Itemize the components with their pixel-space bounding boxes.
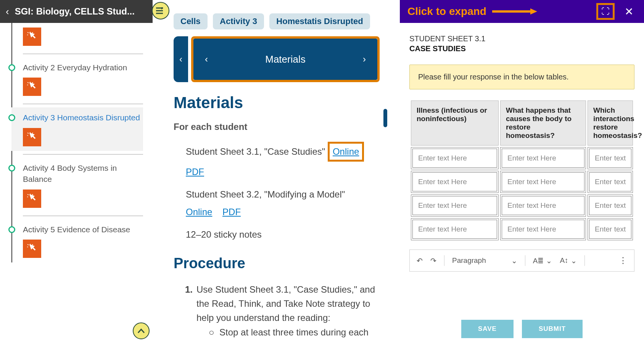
timeline-node-icon [8, 165, 15, 172]
material-1-text: Student Sheet 3.1, "Case Studies" [186, 146, 325, 157]
case-studies-table: Illness (infectious or noninfectious) Wh… [409, 99, 634, 242]
undo-button[interactable]: ↶ [417, 256, 423, 265]
submit-button[interactable]: SUBMIT [522, 320, 583, 338]
text-align-dropdown[interactable]: A≣ ⌄ [533, 256, 552, 265]
table-row [411, 147, 633, 169]
cell-input[interactable] [502, 220, 584, 239]
table-header-3: Which interactions restore homeostasis? [588, 100, 633, 146]
menu-toggle-button[interactable] [152, 2, 169, 19]
nav-pill-label: Materials [265, 53, 305, 65]
editor-toolbar: ↶ ↷ Paragraph ⌄ A≣ ⌄ A↕ ⌄ ⋮ [409, 249, 634, 272]
material-3-text: 12–20 sticky notes [186, 227, 380, 242]
click-icon [23, 78, 41, 96]
expand-button[interactable]: ⛶ [596, 3, 615, 20]
redo-button[interactable]: ↷ [430, 256, 436, 265]
activity-title: Activity 3 Homeostasis Disrupted [23, 112, 143, 123]
sidebar-item[interactable] [11, 23, 143, 50]
table-row [411, 171, 633, 193]
table-header-2: What happens that causes the body to res… [500, 100, 586, 146]
cell-input[interactable] [589, 149, 631, 168]
timeline-node-icon [8, 64, 15, 71]
divider [23, 154, 143, 155]
cell-input[interactable] [589, 220, 631, 239]
sheet-subtitle: STUDENT SHEET 3.1 [409, 34, 634, 43]
materials-heading: Materials [174, 94, 380, 112]
cell-input[interactable] [412, 172, 497, 191]
cell-input[interactable] [502, 149, 584, 168]
breadcrumb-cells[interactable]: Cells [174, 13, 208, 29]
chevron-down-icon: ⌄ [571, 256, 577, 265]
material-1-pdf-link[interactable]: PDF [186, 167, 204, 177]
cell-input[interactable] [589, 196, 631, 215]
activity-title: Activity 5 Evidence of Disease [23, 224, 143, 235]
breadcrumb-topic[interactable]: Homestatis Disrupted [269, 13, 370, 29]
breadcrumbs: Cells Activity 3 Homestatis Disrupted [174, 13, 380, 29]
sidebar[interactable]: Activity 2 Everyday Hydration Activity 3… [0, 23, 153, 345]
divider [23, 215, 143, 216]
click-icon [23, 28, 41, 46]
instruction-banner: Please fill your response in the below t… [409, 65, 634, 89]
cell-input[interactable] [502, 172, 584, 191]
material-2-pdf-link[interactable]: PDF [222, 207, 241, 217]
procedure-substep: Stop at least three times during each [174, 325, 380, 339]
scroll-top-button[interactable] [133, 322, 150, 339]
save-button[interactable]: SAVE [461, 320, 514, 338]
more-options-icon[interactable]: ⋮ [619, 256, 627, 266]
scroll-indicator[interactable] [383, 109, 387, 127]
cell-input[interactable] [412, 196, 497, 215]
nav-next-chevron-icon[interactable]: › [363, 54, 366, 65]
table-header-1: Illness (infectious or noninfectious) [411, 100, 499, 146]
cell-input[interactable] [412, 220, 497, 239]
sidebar-item-activity-3[interactable]: Activity 3 Homeostasis Disrupted [11, 107, 143, 151]
text-size-dropdown[interactable]: A↕ ⌄ [560, 256, 576, 265]
sidebar-item-activity-4[interactable]: Activity 4 Body Systems in Balance [11, 158, 143, 212]
cell-input[interactable] [412, 149, 497, 168]
section-nav: ‹ ‹ Materials › [174, 36, 380, 82]
student-sheet-panel: Click to expand ⛶ ✕ STUDENT SHEET 3.1 CA… [400, 0, 644, 345]
table-row [411, 194, 633, 217]
close-icon[interactable]: ✕ [621, 5, 636, 18]
activity-title: Activity 4 Body Systems in Balance [23, 162, 143, 185]
fullscreen-icon: ⛶ [601, 6, 610, 16]
expand-hint: Click to expand [407, 5, 538, 18]
sidebar-item-activity-2[interactable]: Activity 2 Everyday Hydration [11, 57, 143, 100]
panel-header: Click to expand ⛶ ✕ [400, 0, 644, 23]
timeline-node-icon [8, 226, 15, 233]
divider [23, 53, 143, 54]
click-icon [23, 128, 41, 146]
materials-subhead: For each student [174, 121, 380, 132]
action-buttons: SAVE SUBMIT [400, 313, 644, 345]
nav-prev-stub[interactable]: ‹ [174, 36, 188, 82]
cell-input[interactable] [502, 196, 584, 215]
breadcrumb-activity[interactable]: Activity 3 [213, 13, 264, 29]
table-row [411, 218, 633, 240]
click-icon [23, 240, 41, 258]
nav-prev-chevron-icon[interactable]: ‹ [205, 54, 208, 65]
paragraph-dropdown[interactable]: Paragraph ⌄ [452, 256, 517, 265]
sheet-title: CASE STUDIES [409, 44, 634, 53]
procedure-heading: Procedure [174, 255, 380, 272]
material-2-text: Student Sheet 3.2, "Modifying a Model" [186, 189, 345, 199]
material-2-online-link[interactable]: Online [186, 207, 212, 217]
material-1-online-link[interactable]: Online [333, 146, 359, 157]
chevron-down-icon: ⌄ [511, 256, 517, 265]
activity-title: Activity 2 Everyday Hydration [23, 62, 143, 73]
click-icon [23, 190, 41, 208]
page-title: SGI: Biology, CELLS Stud... [15, 6, 135, 17]
procedure-step-1: 1. Use Student Sheet 3.1, "Case Studies,… [174, 282, 380, 325]
cell-input[interactable] [589, 172, 631, 191]
sidebar-item-activity-5[interactable]: Activity 5 Evidence of Disease [11, 219, 143, 262]
chevron-down-icon: ⌄ [546, 256, 552, 265]
divider [23, 104, 143, 104]
back-chevron-icon[interactable]: ‹ [6, 6, 9, 18]
timeline-node-icon [8, 114, 15, 121]
main-content: Cells Activity 3 Homestatis Disrupted ‹ … [162, 0, 391, 345]
topbar: ‹ SGI: Biology, CELLS Stud... [0, 0, 153, 23]
